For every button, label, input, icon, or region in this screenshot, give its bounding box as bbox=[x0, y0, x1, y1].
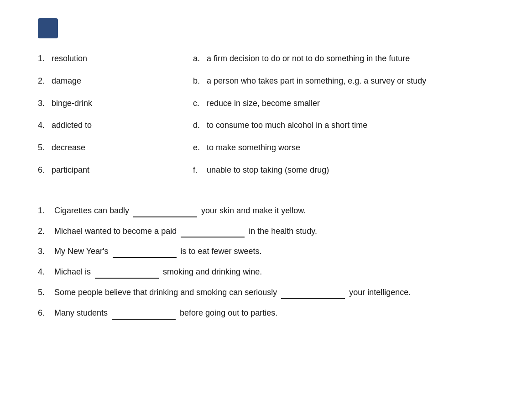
def-letter: e. bbox=[193, 141, 207, 154]
fill-blank[interactable] bbox=[133, 216, 197, 217]
def-text: unable to stop taking (some drug) bbox=[207, 164, 329, 177]
term-text: addicted to bbox=[52, 119, 92, 132]
sentence-item: 5. Some people believe that drinking and… bbox=[38, 286, 494, 299]
term-text: participant bbox=[52, 164, 89, 177]
term-item: 4. addicted to bbox=[38, 119, 184, 132]
def-letter: b. bbox=[193, 74, 207, 88]
definition-item: f. unable to stop taking (some drug) bbox=[193, 164, 494, 177]
term-number: 1. bbox=[38, 52, 52, 65]
def-letter: d. bbox=[193, 119, 207, 132]
def-text: reduce in size, become smaller bbox=[207, 97, 320, 110]
definition-item: b. a person who takes part in something,… bbox=[193, 74, 494, 88]
sentence-text: My New Year's is to eat fewer sweets. bbox=[54, 245, 262, 258]
term-number: 5. bbox=[38, 141, 52, 154]
fill-blank[interactable] bbox=[112, 318, 176, 320]
definition-item: c. reduce in size, become smaller bbox=[193, 97, 494, 110]
fill-blank[interactable] bbox=[95, 277, 159, 279]
def-letter: f. bbox=[193, 164, 207, 177]
def-text: a firm decision to do or not to do somet… bbox=[207, 52, 410, 65]
section-number bbox=[38, 18, 58, 38]
term-item: 1. resolution bbox=[38, 52, 184, 65]
sentence-item: 4. Michael is smoking and drinking wine. bbox=[38, 265, 494, 279]
definition-item: d. to consume too much alcohol in a shor… bbox=[193, 119, 494, 132]
term-text: damage bbox=[52, 74, 81, 88]
def-letter: c. bbox=[193, 97, 207, 110]
term-item: 6. participant bbox=[38, 164, 184, 177]
term-text: binge-drink bbox=[52, 97, 92, 110]
term-number: 4. bbox=[38, 119, 52, 132]
sentence-text: Many students before going out to partie… bbox=[54, 306, 277, 320]
sentence-number: 2. bbox=[38, 225, 54, 238]
def-letter: a. bbox=[193, 52, 207, 65]
sentence-text: Michael wanted to become a paid in the h… bbox=[54, 225, 317, 238]
sentence-number: 5. bbox=[38, 286, 54, 299]
section-header bbox=[38, 18, 494, 38]
sentence-item: 3. My New Year's is to eat fewer sweets. bbox=[38, 245, 494, 258]
term-item: 2. damage bbox=[38, 74, 184, 88]
sentence-number: 1. bbox=[38, 204, 54, 217]
sentence-item: 1. Cigarettes can badly your skin and ma… bbox=[38, 204, 494, 217]
sentence-number: 6. bbox=[38, 306, 54, 320]
def-text: to make something worse bbox=[207, 141, 300, 154]
matching-section: 1. resolution 2. damage 3. binge-drink 4… bbox=[38, 52, 494, 186]
term-text: resolution bbox=[52, 52, 87, 65]
term-item: 5. decrease bbox=[38, 141, 184, 154]
term-item: 3. binge-drink bbox=[38, 97, 184, 110]
terms-column: 1. resolution 2. damage 3. binge-drink 4… bbox=[38, 52, 193, 186]
sentence-text: Cigarettes can badly your skin and make … bbox=[54, 204, 306, 217]
term-number: 2. bbox=[38, 74, 52, 88]
sentence-number: 4. bbox=[38, 265, 54, 279]
term-text: decrease bbox=[52, 141, 85, 154]
sentences-section: 1. Cigarettes can badly your skin and ma… bbox=[38, 204, 494, 320]
fill-blank[interactable] bbox=[113, 256, 177, 258]
sentence-item: 6. Many students before going out to par… bbox=[38, 306, 494, 320]
fill-blank[interactable] bbox=[181, 236, 245, 237]
term-number: 3. bbox=[38, 97, 52, 110]
definition-item: a. a firm decision to do or not to do so… bbox=[193, 52, 494, 65]
fill-blank[interactable] bbox=[281, 297, 345, 299]
definition-item: e. to make something worse bbox=[193, 141, 494, 154]
sentence-number: 3. bbox=[38, 245, 54, 258]
definitions-column: a. a firm decision to do or not to do so… bbox=[193, 52, 494, 186]
sentence-item: 2. Michael wanted to become a paid in th… bbox=[38, 225, 494, 238]
term-number: 6. bbox=[38, 164, 52, 177]
sentence-text: Some people believe that drinking and sm… bbox=[54, 286, 411, 299]
def-text: a person who takes part in something, e.… bbox=[207, 74, 426, 88]
sentence-text: Michael is smoking and drinking wine. bbox=[54, 265, 262, 279]
page-container: 1. resolution 2. damage 3. binge-drink 4… bbox=[15, 0, 517, 345]
def-text: to consume too much alcohol in a short t… bbox=[207, 119, 367, 132]
